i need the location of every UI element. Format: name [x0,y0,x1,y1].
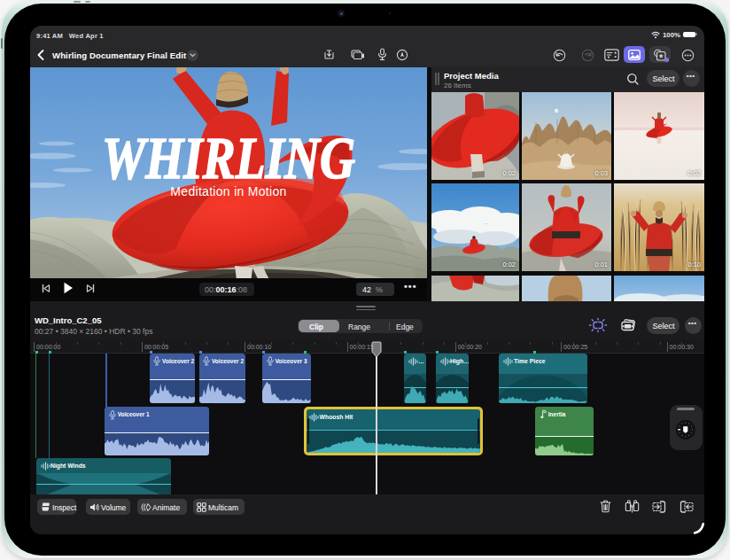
svg-text:Meditation in Motion: Meditation in Motion [170,184,286,198]
svg-text:WHIRLING: WHIRLING [102,125,355,191]
